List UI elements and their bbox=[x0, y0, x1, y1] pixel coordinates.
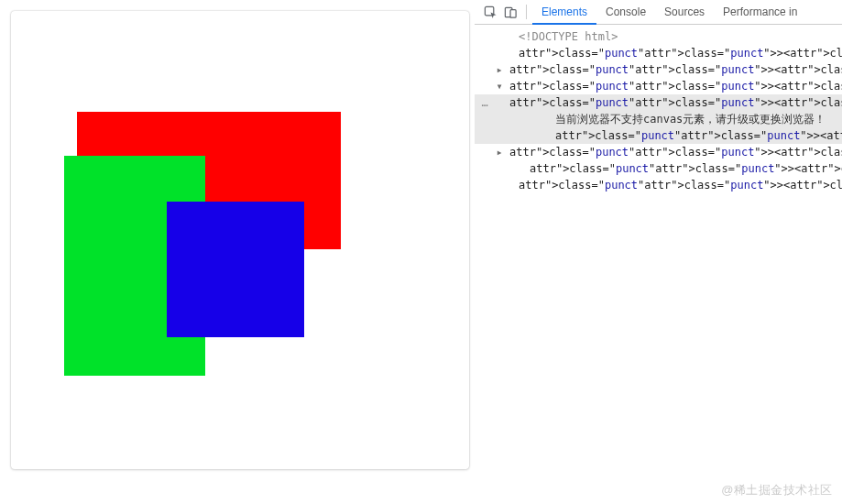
dom-doctype[interactable]: <!DOCTYPE html> bbox=[475, 28, 842, 45]
dom-body-open[interactable]: ▾attr">class="punct"attr">class="punct">… bbox=[475, 78, 842, 94]
inspect-icon[interactable] bbox=[480, 2, 500, 22]
toolbar-separator bbox=[526, 5, 527, 19]
devtools-tab-performance[interactable]: Performance in bbox=[714, 0, 806, 25]
dom-html-close[interactable]: attr">class="punct"attr">class="punct">>… bbox=[475, 177, 842, 193]
dom-script[interactable]: ▸attr">class="punct"attr">class="punct">… bbox=[475, 144, 842, 160]
devtools-toolbar: ElementsConsoleSourcesPerformance in bbox=[475, 0, 842, 25]
devtools-tab-console[interactable]: Console bbox=[596, 0, 655, 25]
devtools-panel: ElementsConsoleSourcesPerformance in <!D… bbox=[475, 0, 842, 504]
elements-tree[interactable]: <!DOCTYPE html>attr">class="punct"attr">… bbox=[475, 25, 842, 504]
canvas-card bbox=[11, 11, 469, 469]
rect-blue bbox=[167, 202, 304, 337]
page-preview bbox=[0, 0, 475, 504]
dom-html-open[interactable]: attr">class="punct"attr">class="punct">>… bbox=[475, 45, 842, 61]
dom-body-close[interactable]: attr">class="punct"attr">class="punct">>… bbox=[475, 160, 842, 177]
dom-head[interactable]: ▸attr">class="punct"attr">class="punct">… bbox=[475, 61, 842, 78]
dom-canvas-selected[interactable]: … attr">class="punct"attr">class="punct"… bbox=[475, 94, 842, 144]
devtools-tab-sources[interactable]: Sources bbox=[655, 0, 714, 25]
svg-rect-2 bbox=[510, 9, 516, 16]
device-toggle-icon[interactable] bbox=[500, 2, 520, 22]
devtools-tab-elements[interactable]: Elements bbox=[532, 0, 596, 25]
